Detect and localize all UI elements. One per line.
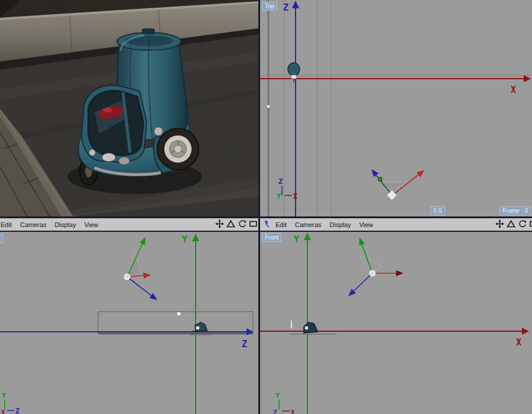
vertical-splitter[interactable] <box>258 0 260 414</box>
mini-axis-origin-label: Y <box>277 192 281 200</box>
mini-axis-up-label: Y <box>275 392 280 400</box>
menu-display[interactable]: Display <box>55 221 76 228</box>
rotate-icon[interactable] <box>518 219 527 228</box>
mini-axis-up-label: Z <box>278 177 283 186</box>
transform-gizmo[interactable] <box>372 170 423 199</box>
pane-label-top: Top <box>262 2 277 11</box>
mini-axis-up-label: Y <box>2 392 7 400</box>
menu-edit[interactable]: Edit <box>275 221 287 228</box>
y-axis-label: Y <box>294 234 299 245</box>
pane-label-front: Front <box>262 233 281 242</box>
move-icon[interactable] <box>495 219 504 228</box>
mini-axis-indicator: Z Y X <box>277 177 298 200</box>
toolbar-bottom-border <box>0 231 532 232</box>
gizmo-origin[interactable] <box>370 271 375 276</box>
maximize-viewport-icon[interactable] <box>249 219 258 228</box>
mini-axis-origin-label: X <box>1 409 5 414</box>
menu-cameras[interactable]: Cameras <box>295 221 322 228</box>
frame-badge: Frame : 0 <box>499 206 531 215</box>
transform-gizmo[interactable] <box>125 238 157 299</box>
mini-axis-indicator: Y X Z <box>1 392 20 414</box>
menu-cameras[interactable]: Cameras <box>20 221 47 228</box>
mini-axis-right-label: Z <box>15 407 20 414</box>
gizmo-origin[interactable] <box>125 274 130 280</box>
pane-label-clipped <box>0 234 3 243</box>
y-axis-arrow <box>192 234 199 241</box>
gizmo-y-handle[interactable] <box>378 177 382 181</box>
y-axis-label: Y <box>182 234 187 245</box>
z-axis-label: Z <box>283 2 288 13</box>
vertex-handle[interactable] <box>267 105 270 108</box>
film-grain <box>0 0 258 216</box>
top-viewport[interactable]: Z X Z <box>260 0 532 216</box>
scooter-render-scene <box>0 0 258 216</box>
rotate-icon[interactable] <box>238 219 246 228</box>
x-axis-label: X <box>516 337 521 348</box>
app-window: Z X Z <box>0 0 532 414</box>
scooter-top-marker[interactable] <box>288 63 300 82</box>
gizmo-z-arrow[interactable] <box>127 277 156 299</box>
horizontal-splitter[interactable] <box>0 216 532 218</box>
move-icon[interactable] <box>215 219 224 228</box>
scooter-front-marker[interactable] <box>290 321 337 334</box>
menu-view[interactable]: View <box>85 221 99 228</box>
scale-icon[interactable] <box>507 219 515 228</box>
mini-axis-right-label: X <box>291 409 295 414</box>
menu-edit[interactable]: Edit <box>1 221 12 228</box>
pushpin-icon <box>262 220 271 229</box>
maximize-viewport-icon[interactable] <box>529 219 532 228</box>
x-axis-arrow <box>522 328 529 335</box>
z-axis-arrow <box>292 1 299 8</box>
vertex-handle[interactable] <box>177 312 180 315</box>
z-axis-label: Z <box>242 339 247 350</box>
mini-axis-origin-label: Z <box>273 409 277 414</box>
scale-icon[interactable] <box>226 219 235 228</box>
menu-view[interactable]: View <box>359 221 374 228</box>
x-axis-label: X <box>511 85 516 95</box>
x-axis-arrow <box>524 75 531 82</box>
mini-axis-right-label: X <box>293 192 298 200</box>
transform-gizmo[interactable] <box>349 239 402 295</box>
y-axis-arrow <box>304 232 311 240</box>
front-view-menubar: Edit Cameras Display View <box>260 218 532 231</box>
time-badge: 0 S <box>430 206 445 215</box>
front-viewport[interactable]: Y X Y Z <box>260 232 532 414</box>
camera-view-menubar: Edit Cameras Display View <box>0 218 259 231</box>
render-viewport[interactable] <box>0 0 258 216</box>
menu-display[interactable]: Display <box>330 221 351 228</box>
gizmo-z-arrow[interactable] <box>349 273 372 295</box>
camera-viewport[interactable]: Y Z <box>0 232 258 414</box>
mini-axis-indicator: Y Z X <box>273 392 295 414</box>
bounding-rectangle[interactable] <box>98 312 253 333</box>
gizmo-y-arrow[interactable] <box>360 239 372 273</box>
